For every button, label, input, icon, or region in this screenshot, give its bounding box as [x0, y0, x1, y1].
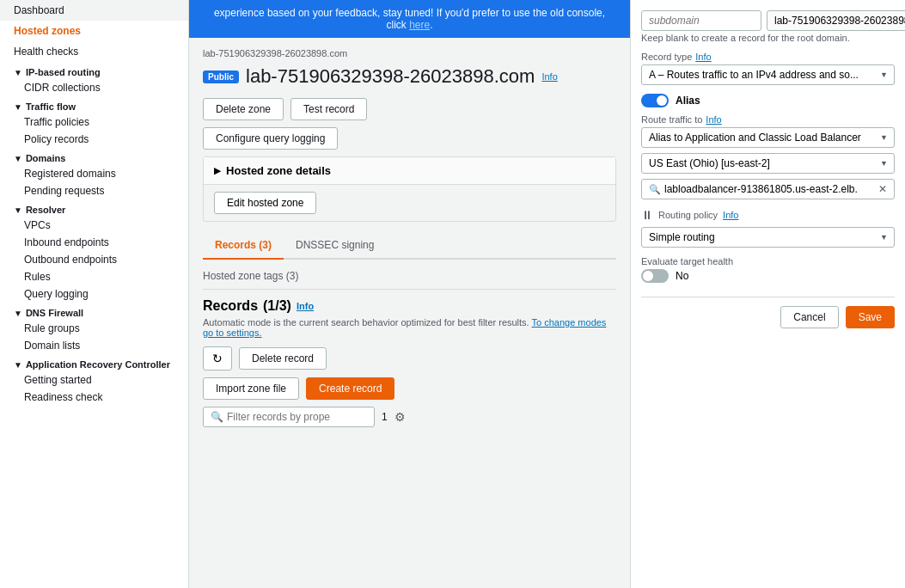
hosted-zone-details: ▶ Hosted zone details Edit hosted zone — [203, 156, 616, 222]
records-header: Records (1/3) Info — [203, 298, 616, 314]
eval-health-toggle[interactable] — [641, 269, 669, 283]
search-input[interactable] — [227, 411, 367, 423]
sidebar-item-vpcs[interactable]: VPCs — [0, 217, 188, 234]
tab-records[interactable]: Records (3) — [203, 232, 284, 260]
subdomain-group: lab-751906329398-26023898.com Keep blank… — [641, 10, 895, 43]
zone-info-link[interactable]: Info — [541, 71, 557, 82]
domain-suffix: lab-751906329398-26023898.com — [767, 10, 905, 31]
records-subtext: Automatic mode is the current search beh… — [203, 317, 616, 338]
sidebar-section-domains[interactable]: ▼ Domains — [0, 148, 188, 165]
main-content: experience based on your feedback, stay … — [189, 0, 630, 588]
public-badge: Public — [203, 70, 239, 83]
sidebar-item-rules[interactable]: Rules — [0, 268, 188, 285]
sidebar-item-inbound-endpoints[interactable]: Inbound endpoints — [0, 234, 188, 251]
panel-footer: Cancel Save — [641, 297, 895, 328]
gear-icon[interactable]: ⚙ — [394, 410, 406, 424]
sidebar-section-app-recovery[interactable]: ▼ Application Recovery Controller — [0, 354, 188, 371]
route-option2-select[interactable]: US East (Ohio) [us-east-2] — [641, 153, 895, 174]
tab-dnssec[interactable]: DNSSEC signing — [284, 232, 386, 260]
pause-icon: ⏸ — [641, 208, 653, 222]
record-type-label: Record type — [641, 52, 692, 62]
test-record-button[interactable]: Test record — [290, 98, 367, 120]
banner: experience based on your feedback, stay … — [189, 0, 630, 38]
route-search-input[interactable] — [664, 183, 875, 195]
sidebar-item-pending-requests[interactable]: Pending requests — [0, 182, 188, 199]
route-option1-select[interactable]: Alias to Application and Classic Load Ba… — [641, 127, 895, 148]
sidebar-section-dns-firewall[interactable]: ▼ DNS Firewall — [0, 303, 188, 320]
search-icon: 🔍 — [211, 411, 223, 423]
search-icon: 🔍 — [649, 184, 661, 195]
record-type-group: Record type Info A – Routes traffic to a… — [641, 52, 895, 85]
routing-policy-info-link[interactable]: Info — [723, 210, 738, 220]
sidebar-item-cidr-collections[interactable]: CIDR collections — [0, 79, 188, 96]
edit-hosted-zone-button[interactable]: Edit hosted zone — [214, 192, 316, 214]
sidebar-item-getting-started[interactable]: Getting started — [0, 371, 188, 389]
sidebar-item-domain-lists[interactable]: Domain lists — [0, 337, 188, 354]
alias-toggle[interactable] — [641, 94, 669, 107]
sidebar-item-traffic-policies[interactable]: Traffic policies — [0, 113, 188, 131]
route-traffic-group: Route traffic to Info Alias to Applicati… — [641, 114, 895, 199]
delete-record-button[interactable]: Delete record — [239, 347, 327, 370]
zone-title: lab-751906329398-26023898.com — [246, 65, 535, 88]
zone-header: Public lab-751906329398-26023898.com Inf… — [203, 65, 616, 88]
chevron-down-icon: ▼ — [14, 154, 22, 163]
refresh-button[interactable]: ↻ — [203, 346, 232, 371]
page-number: 1 — [382, 411, 388, 423]
routing-policy-label: Routing policy — [658, 210, 718, 220]
route-option2-wrapper: US East (Ohio) [us-east-2] — [641, 153, 895, 174]
chevron-down-icon: ▼ — [14, 309, 22, 318]
chevron-down-icon: ▼ — [14, 68, 22, 77]
expand-icon: ▶ — [214, 166, 221, 175]
sidebar-item-registered-domains[interactable]: Registered domains — [0, 165, 188, 182]
cancel-button[interactable]: Cancel — [780, 306, 838, 328]
sidebar-item-outbound-endpoints[interactable]: Outbound endpoints — [0, 251, 188, 268]
create-record-button[interactable]: Create record — [306, 377, 394, 400]
chevron-down-icon: ▼ — [14, 102, 22, 112]
chevron-down-icon: ▼ — [14, 360, 22, 370]
sidebar-item-policy-records[interactable]: Policy records — [0, 131, 188, 148]
tags-row[interactable]: Hosted zone tags (3) — [203, 270, 616, 290]
sidebar-section-resolver[interactable]: ▼ Resolver — [0, 199, 188, 217]
route-option1-wrapper: Alias to Application and Classic Load Ba… — [641, 127, 895, 148]
sidebar-item-health-checks[interactable]: Health checks — [0, 41, 188, 62]
action-buttons: Delete zone Test record — [203, 98, 616, 120]
configure-logging-button[interactable]: Configure query logging — [203, 127, 338, 150]
banner-link[interactable]: here — [409, 19, 430, 31]
tabs: Records (3) DNSSEC signing — [203, 232, 616, 260]
route-traffic-info-link[interactable]: Info — [706, 114, 721, 125]
eval-health-label: Evaluate target health — [641, 256, 895, 266]
alias-label: Alias — [676, 95, 700, 107]
breadcrumb: lab-751906329398-26023898.com — [203, 48, 616, 58]
sidebar-item-rule-groups[interactable]: Rule groups — [0, 320, 188, 337]
search-row: 🔍 1 ⚙ — [203, 407, 616, 427]
routing-policy-select[interactable]: Simple routing Failover Geolocation Late… — [641, 227, 895, 248]
save-button[interactable]: Save — [846, 306, 895, 328]
chevron-down-icon: ▼ — [14, 205, 22, 215]
search-box: 🔍 — [203, 407, 375, 427]
delete-zone-button[interactable]: Delete zone — [203, 98, 284, 120]
clear-icon[interactable]: ✕ — [878, 183, 887, 195]
record-type-info-link[interactable]: Info — [695, 52, 711, 62]
records-info-link[interactable]: Info — [297, 301, 314, 311]
sidebar-section-traffic-flow[interactable]: ▼ Traffic flow — [0, 96, 188, 113]
eval-health-group: Evaluate target health No — [641, 256, 895, 283]
sidebar: Dashboard Hosted zones Health checks ▼ I… — [0, 0, 189, 588]
routing-policy-wrapper: Simple routing Failover Geolocation Late… — [641, 227, 895, 248]
sidebar-item-readiness-check[interactable]: Readiness check — [0, 389, 188, 406]
routing-policy-group: ⏸ Routing policy Info Simple routing Fai… — [641, 208, 895, 248]
record-type-select-wrapper: A – Routes traffic to an IPv4 address an… — [641, 64, 895, 85]
records-actions: ↻ Delete record — [203, 346, 616, 371]
record-type-select[interactable]: A – Routes traffic to an IPv4 address an… — [641, 64, 895, 85]
records-actions-2: Import zone file Create record — [203, 377, 616, 400]
sidebar-item-dashboard[interactable]: Dashboard — [0, 0, 188, 21]
details-header[interactable]: ▶ Hosted zone details — [204, 157, 615, 184]
records-title: Records — [203, 298, 258, 314]
sidebar-section-ip-routing[interactable]: ▼ IP-based routing — [0, 62, 188, 79]
route-search-field: 🔍 ✕ — [641, 179, 895, 199]
sidebar-item-hosted-zones[interactable]: Hosted zones — [0, 21, 188, 41]
subdomain-input[interactable] — [641, 10, 761, 31]
configure-button-row: Configure query logging — [203, 127, 616, 150]
sidebar-item-query-logging[interactable]: Query logging — [0, 285, 188, 303]
import-zone-button[interactable]: Import zone file — [203, 377, 299, 400]
eval-health-value: No — [676, 270, 688, 282]
